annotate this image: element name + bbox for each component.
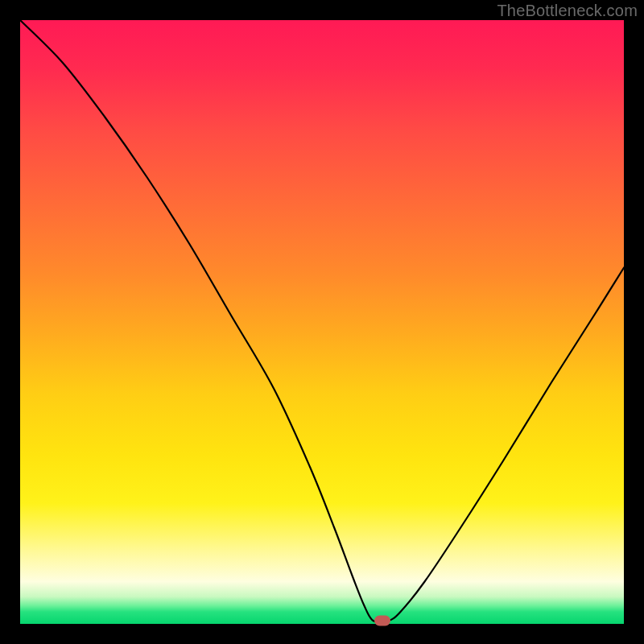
chart-frame: TheBottleneck.com xyxy=(0,0,644,644)
optimal-point-marker xyxy=(374,616,390,626)
bottleneck-curve xyxy=(20,20,624,624)
watermark-text: TheBottleneck.com xyxy=(497,2,638,20)
plot-area xyxy=(20,20,624,624)
